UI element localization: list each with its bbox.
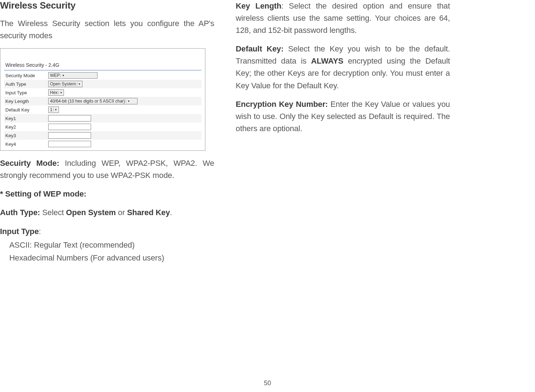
input-key4[interactable] (48, 141, 91, 147)
key-length-label: Key Length (236, 1, 281, 10)
select-key-length-value: 40/64-bit (10 hex digits or 5 ASCII char… (50, 99, 125, 104)
input-type-hex: Hexadecimal Numbers (For advanced users) (0, 252, 214, 264)
label-key3: Key3 (4, 133, 48, 138)
row-auth-type: Auth Type Open System ▾ (4, 80, 201, 88)
select-security-mode[interactable]: WEP ▾ (48, 72, 98, 79)
row-key1: Key1 (4, 114, 201, 123)
page: Wireless Security The Wireless Security … (0, 0, 535, 392)
chevron-down-icon: ▾ (60, 74, 65, 77)
select-auth-type-value: Open System (50, 81, 76, 86)
label-key2: Key2 (4, 124, 48, 130)
label-key1: Key1 (4, 116, 48, 121)
encryption-key-paragraph: Encryption Key Number: Enter the Key Val… (236, 98, 450, 135)
right-column: Key Length: Select the desired option an… (236, 0, 450, 141)
wireless-security-panel: Wireless Security - 2.4G Security Mode W… (0, 48, 205, 151)
intro-text: The Wireless Security section lets you c… (0, 18, 214, 42)
security-mode-paragraph: Secuirty Mode: Including WEP, WPA2-PSK, … (0, 157, 214, 182)
select-input-type[interactable]: Hex ▾ (48, 89, 64, 96)
chevron-down-icon: ▾ (58, 91, 63, 94)
security-mode-label: Secuirty Mode: (0, 159, 59, 168)
auth-type-label: Auth Type: (0, 208, 42, 217)
input-key1[interactable] (48, 115, 91, 121)
section-title: Wireless Security (0, 0, 214, 11)
label-security-mode: Security Mode (4, 73, 48, 78)
input-key3[interactable] (48, 132, 91, 139)
select-default-key-value: 1 (50, 107, 52, 112)
auth-type-open: Open System (66, 208, 116, 217)
input-type-label: Input Type (0, 227, 39, 236)
select-key-length[interactable]: 40/64-bit (10 hex digits or 5 ASCII char… (48, 98, 138, 104)
label-key-length: Key Length (4, 99, 48, 104)
encryption-key-label: Encryption Key Number: (236, 100, 328, 109)
input-type-colon: : (39, 227, 41, 236)
auth-type-end: . (170, 208, 172, 217)
auth-type-shared: Shared Key (127, 208, 170, 217)
row-key2: Key2 (4, 123, 201, 131)
auth-type-or: or (116, 208, 127, 217)
key-length-paragraph: Key Length: Select the desired option an… (236, 0, 450, 36)
auth-type-paragraph: Auth Type: Select Open System or Shared … (0, 207, 214, 219)
left-column: Wireless Security The Wireless Security … (0, 0, 214, 271)
label-key4: Key4 (4, 142, 48, 147)
label-auth-type: Auth Type (4, 81, 48, 87)
auth-type-text1: Select (42, 208, 66, 217)
panel-divider (4, 70, 201, 70)
input-key2[interactable] (48, 124, 91, 130)
row-key4: Key4 (4, 140, 201, 148)
select-default-key[interactable]: 1 ▾ (48, 106, 59, 113)
page-number: 50 (0, 379, 535, 387)
chevron-down-icon: ▾ (126, 99, 130, 103)
default-key-label: Default Key: (236, 44, 284, 53)
label-input-type: Input Type (4, 90, 48, 95)
chevron-down-icon: ▾ (53, 108, 58, 111)
wep-heading: * Setting of WEP mode: (0, 188, 214, 200)
row-default-key: Default Key 1 ▾ (4, 105, 201, 114)
select-security-mode-value: WEP (50, 73, 60, 78)
default-key-paragraph: Default Key: Select the Key you wish to … (236, 43, 450, 91)
chevron-down-icon: ▾ (77, 82, 81, 86)
select-auth-type[interactable]: Open System ▾ (48, 81, 82, 87)
panel-title: Wireless Security - 2.4G (5, 62, 201, 68)
row-key3: Key3 (4, 131, 201, 140)
row-security-mode: Security Mode WEP ▾ (4, 71, 201, 80)
row-key-length: Key Length 40/64-bit (10 hex digits or 5… (4, 97, 201, 105)
default-key-always: ALWAYS (311, 56, 343, 65)
label-default-key: Default Key (4, 107, 48, 113)
row-input-type: Input Type Hex ▾ (4, 88, 201, 97)
select-input-type-value: Hex (50, 90, 58, 95)
input-type-paragraph: Input Type: (0, 225, 214, 238)
input-type-ascii: ASCII: Regular Text (recommended) (0, 239, 214, 251)
